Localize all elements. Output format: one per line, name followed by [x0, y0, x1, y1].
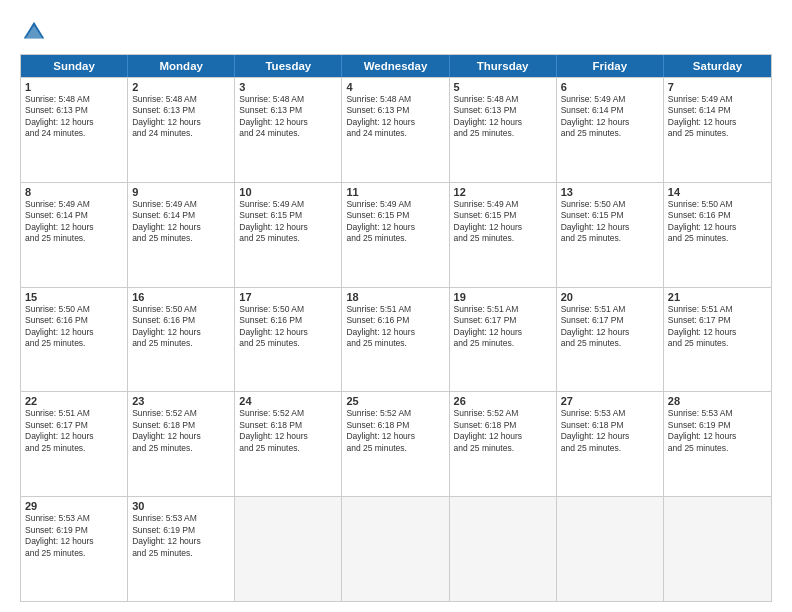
cal-cell-day-26: 26Sunrise: 5:52 AMSunset: 6:18 PMDayligh… — [450, 392, 557, 496]
cal-cell-day-14: 14Sunrise: 5:50 AMSunset: 6:16 PMDayligh… — [664, 183, 771, 287]
day-number: 14 — [668, 186, 767, 198]
day-number: 16 — [132, 291, 230, 303]
day-number: 20 — [561, 291, 659, 303]
cal-cell-day-15: 15Sunrise: 5:50 AMSunset: 6:16 PMDayligh… — [21, 288, 128, 392]
day-number: 26 — [454, 395, 552, 407]
cal-row-5: 29Sunrise: 5:53 AMSunset: 6:19 PMDayligh… — [21, 496, 771, 601]
cell-info: Sunrise: 5:50 AMSunset: 6:16 PMDaylight:… — [132, 304, 230, 350]
cal-cell-day-7: 7Sunrise: 5:49 AMSunset: 6:14 PMDaylight… — [664, 78, 771, 182]
cell-info: Sunrise: 5:48 AMSunset: 6:13 PMDaylight:… — [132, 94, 230, 140]
day-number: 27 — [561, 395, 659, 407]
cell-info: Sunrise: 5:48 AMSunset: 6:13 PMDaylight:… — [346, 94, 444, 140]
day-number: 9 — [132, 186, 230, 198]
day-number: 24 — [239, 395, 337, 407]
cal-cell-day-27: 27Sunrise: 5:53 AMSunset: 6:18 PMDayligh… — [557, 392, 664, 496]
cal-row-2: 8Sunrise: 5:49 AMSunset: 6:14 PMDaylight… — [21, 182, 771, 287]
header-day-monday: Monday — [128, 55, 235, 77]
day-number: 23 — [132, 395, 230, 407]
cell-info: Sunrise: 5:52 AMSunset: 6:18 PMDaylight:… — [346, 408, 444, 454]
cal-row-3: 15Sunrise: 5:50 AMSunset: 6:16 PMDayligh… — [21, 287, 771, 392]
logo — [20, 18, 52, 46]
cal-cell-day-8: 8Sunrise: 5:49 AMSunset: 6:14 PMDaylight… — [21, 183, 128, 287]
cell-info: Sunrise: 5:51 AMSunset: 6:17 PMDaylight:… — [454, 304, 552, 350]
day-number: 2 — [132, 81, 230, 93]
day-number: 7 — [668, 81, 767, 93]
cell-info: Sunrise: 5:51 AMSunset: 6:17 PMDaylight:… — [25, 408, 123, 454]
cal-cell-day-30: 30Sunrise: 5:53 AMSunset: 6:19 PMDayligh… — [128, 497, 235, 601]
cell-info: Sunrise: 5:48 AMSunset: 6:13 PMDaylight:… — [454, 94, 552, 140]
day-number: 28 — [668, 395, 767, 407]
cal-cell-empty — [450, 497, 557, 601]
cal-cell-day-22: 22Sunrise: 5:51 AMSunset: 6:17 PMDayligh… — [21, 392, 128, 496]
cell-info: Sunrise: 5:50 AMSunset: 6:16 PMDaylight:… — [239, 304, 337, 350]
day-number: 5 — [454, 81, 552, 93]
cal-cell-empty — [342, 497, 449, 601]
cal-cell-day-6: 6Sunrise: 5:49 AMSunset: 6:14 PMDaylight… — [557, 78, 664, 182]
cal-cell-day-1: 1Sunrise: 5:48 AMSunset: 6:13 PMDaylight… — [21, 78, 128, 182]
cal-cell-day-28: 28Sunrise: 5:53 AMSunset: 6:19 PMDayligh… — [664, 392, 771, 496]
cal-cell-day-23: 23Sunrise: 5:52 AMSunset: 6:18 PMDayligh… — [128, 392, 235, 496]
day-number: 4 — [346, 81, 444, 93]
cal-cell-day-9: 9Sunrise: 5:49 AMSunset: 6:14 PMDaylight… — [128, 183, 235, 287]
cal-cell-day-11: 11Sunrise: 5:49 AMSunset: 6:15 PMDayligh… — [342, 183, 449, 287]
day-number: 11 — [346, 186, 444, 198]
day-number: 18 — [346, 291, 444, 303]
cal-cell-day-12: 12Sunrise: 5:49 AMSunset: 6:15 PMDayligh… — [450, 183, 557, 287]
day-number: 6 — [561, 81, 659, 93]
cell-info: Sunrise: 5:51 AMSunset: 6:16 PMDaylight:… — [346, 304, 444, 350]
calendar-body: 1Sunrise: 5:48 AMSunset: 6:13 PMDaylight… — [21, 77, 771, 601]
cal-cell-empty — [235, 497, 342, 601]
cal-cell-day-24: 24Sunrise: 5:52 AMSunset: 6:18 PMDayligh… — [235, 392, 342, 496]
cell-info: Sunrise: 5:52 AMSunset: 6:18 PMDaylight:… — [132, 408, 230, 454]
header — [20, 18, 772, 46]
cal-cell-day-19: 19Sunrise: 5:51 AMSunset: 6:17 PMDayligh… — [450, 288, 557, 392]
header-day-sunday: Sunday — [21, 55, 128, 77]
cell-info: Sunrise: 5:50 AMSunset: 6:16 PMDaylight:… — [25, 304, 123, 350]
cell-info: Sunrise: 5:49 AMSunset: 6:14 PMDaylight:… — [561, 94, 659, 140]
header-day-friday: Friday — [557, 55, 664, 77]
page: SundayMondayTuesdayWednesdayThursdayFrid… — [0, 0, 792, 612]
cell-info: Sunrise: 5:49 AMSunset: 6:14 PMDaylight:… — [668, 94, 767, 140]
cell-info: Sunrise: 5:49 AMSunset: 6:15 PMDaylight:… — [454, 199, 552, 245]
cell-info: Sunrise: 5:49 AMSunset: 6:14 PMDaylight:… — [25, 199, 123, 245]
cal-cell-day-16: 16Sunrise: 5:50 AMSunset: 6:16 PMDayligh… — [128, 288, 235, 392]
cell-info: Sunrise: 5:48 AMSunset: 6:13 PMDaylight:… — [239, 94, 337, 140]
cal-cell-day-5: 5Sunrise: 5:48 AMSunset: 6:13 PMDaylight… — [450, 78, 557, 182]
cell-info: Sunrise: 5:53 AMSunset: 6:19 PMDaylight:… — [132, 513, 230, 559]
cal-cell-day-21: 21Sunrise: 5:51 AMSunset: 6:17 PMDayligh… — [664, 288, 771, 392]
day-number: 19 — [454, 291, 552, 303]
cal-cell-day-3: 3Sunrise: 5:48 AMSunset: 6:13 PMDaylight… — [235, 78, 342, 182]
day-number: 8 — [25, 186, 123, 198]
cell-info: Sunrise: 5:50 AMSunset: 6:16 PMDaylight:… — [668, 199, 767, 245]
cal-cell-day-25: 25Sunrise: 5:52 AMSunset: 6:18 PMDayligh… — [342, 392, 449, 496]
header-day-thursday: Thursday — [450, 55, 557, 77]
cell-info: Sunrise: 5:51 AMSunset: 6:17 PMDaylight:… — [668, 304, 767, 350]
day-number: 3 — [239, 81, 337, 93]
cell-info: Sunrise: 5:52 AMSunset: 6:18 PMDaylight:… — [454, 408, 552, 454]
cal-cell-empty — [664, 497, 771, 601]
day-number: 21 — [668, 291, 767, 303]
cell-info: Sunrise: 5:49 AMSunset: 6:14 PMDaylight:… — [132, 199, 230, 245]
calendar: SundayMondayTuesdayWednesdayThursdayFrid… — [20, 54, 772, 602]
cell-info: Sunrise: 5:50 AMSunset: 6:15 PMDaylight:… — [561, 199, 659, 245]
header-day-wednesday: Wednesday — [342, 55, 449, 77]
cell-info: Sunrise: 5:48 AMSunset: 6:13 PMDaylight:… — [25, 94, 123, 140]
header-day-tuesday: Tuesday — [235, 55, 342, 77]
day-number: 1 — [25, 81, 123, 93]
cal-cell-day-2: 2Sunrise: 5:48 AMSunset: 6:13 PMDaylight… — [128, 78, 235, 182]
day-number: 22 — [25, 395, 123, 407]
cell-info: Sunrise: 5:53 AMSunset: 6:18 PMDaylight:… — [561, 408, 659, 454]
cal-row-4: 22Sunrise: 5:51 AMSunset: 6:17 PMDayligh… — [21, 391, 771, 496]
cell-info: Sunrise: 5:53 AMSunset: 6:19 PMDaylight:… — [668, 408, 767, 454]
cell-info: Sunrise: 5:53 AMSunset: 6:19 PMDaylight:… — [25, 513, 123, 559]
cal-row-1: 1Sunrise: 5:48 AMSunset: 6:13 PMDaylight… — [21, 77, 771, 182]
logo-icon — [20, 18, 48, 46]
day-number: 25 — [346, 395, 444, 407]
cal-cell-day-18: 18Sunrise: 5:51 AMSunset: 6:16 PMDayligh… — [342, 288, 449, 392]
cal-cell-day-13: 13Sunrise: 5:50 AMSunset: 6:15 PMDayligh… — [557, 183, 664, 287]
cell-info: Sunrise: 5:52 AMSunset: 6:18 PMDaylight:… — [239, 408, 337, 454]
header-day-saturday: Saturday — [664, 55, 771, 77]
day-number: 12 — [454, 186, 552, 198]
cell-info: Sunrise: 5:49 AMSunset: 6:15 PMDaylight:… — [239, 199, 337, 245]
calendar-header: SundayMondayTuesdayWednesdayThursdayFrid… — [21, 55, 771, 77]
